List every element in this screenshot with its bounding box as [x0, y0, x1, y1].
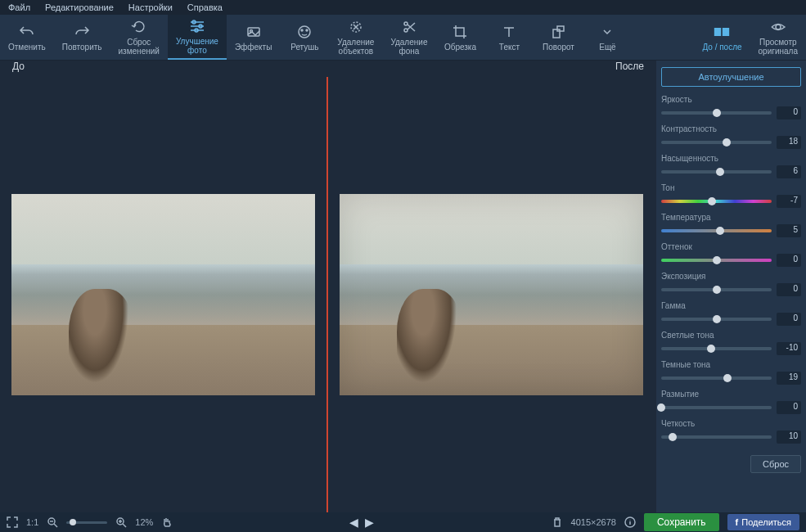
after-label: После: [615, 61, 644, 74]
slider-label: Температура: [661, 213, 801, 222]
svg-rect-12: [557, 26, 564, 31]
scissors-icon: [401, 19, 417, 35]
delete-button[interactable]: [552, 516, 563, 528]
view-original-button[interactable]: Просмотр оригинала: [750, 15, 806, 60]
undo-button[interactable]: Отменить: [0, 15, 54, 60]
slider-value[interactable]: 0: [777, 254, 801, 267]
effects-button[interactable]: Эффекты: [227, 15, 280, 60]
slider-label: Яркость: [661, 95, 801, 104]
slider-track[interactable]: [661, 111, 772, 115]
slider-label: Размытие: [661, 390, 801, 399]
slider-value[interactable]: 19: [777, 372, 801, 385]
menu-edit[interactable]: Редактирование: [45, 2, 114, 12]
slider-value[interactable]: 5: [777, 224, 801, 237]
after-image[interactable]: [340, 194, 643, 395]
svg-point-7: [306, 29, 308, 31]
nav-arrows: ◀ ▶: [349, 516, 374, 529]
toolbar: Отменить Повторить Сброс изменений Улучш…: [0, 15, 806, 61]
text-button[interactable]: Текст: [484, 15, 534, 60]
zoom-in-button[interactable]: [115, 516, 127, 528]
before-after-button[interactable]: До / после: [694, 15, 750, 60]
slider-label: Светлые тона: [661, 331, 801, 340]
slider-value[interactable]: 6: [777, 165, 801, 178]
slider-row: Размытие0: [661, 390, 801, 414]
crop-icon: [452, 24, 468, 40]
slider-value[interactable]: 18: [777, 136, 801, 149]
slider-row: Светлые тона-10: [661, 331, 801, 355]
slider-row: Контрастность18: [661, 124, 801, 149]
slider-track[interactable]: [661, 141, 772, 144]
redo-button[interactable]: Повторить: [54, 15, 110, 60]
menubar: Файл Редактирование Настройки Справка: [0, 0, 806, 15]
slider-row: Температура5: [661, 213, 801, 237]
slider-track[interactable]: [661, 318, 772, 321]
slider-row: Четкость10: [661, 419, 801, 444]
undo-icon: [19, 24, 35, 40]
slider-track[interactable]: [661, 200, 772, 203]
slider-label: Контрастность: [661, 124, 801, 133]
svg-point-9: [404, 29, 408, 32]
slider-row: Гамма0: [661, 301, 801, 326]
fullscreen-button[interactable]: [7, 516, 18, 528]
actual-size-button[interactable]: 1:1: [26, 517, 38, 527]
slider-track[interactable]: [661, 288, 772, 291]
slider-row: Тон-7: [661, 183, 801, 208]
slider-value[interactable]: 0: [777, 283, 801, 296]
menu-help[interactable]: Справка: [187, 2, 223, 12]
slider-track[interactable]: [661, 259, 772, 262]
sliders-icon: [189, 18, 205, 34]
slider-value[interactable]: -10: [777, 342, 801, 355]
slider-label: Темные тона: [661, 360, 801, 369]
next-image-button[interactable]: ▶: [365, 516, 374, 529]
slider-row: Насыщенность6: [661, 154, 801, 178]
eraser-icon: [348, 19, 364, 35]
slider-track[interactable]: [661, 376, 772, 380]
slider-row: Темные тона19: [661, 360, 801, 385]
menu-file[interactable]: Файл: [8, 2, 30, 12]
auto-enhance-button[interactable]: Автоулучшение: [661, 67, 801, 87]
zoom-out-button[interactable]: [47, 516, 58, 528]
slider-row: Оттенок0: [661, 242, 801, 267]
slider-value[interactable]: -7: [777, 195, 801, 208]
crop-button[interactable]: Обрезка: [435, 15, 484, 60]
bg-removal-button[interactable]: Удаление фона: [382, 15, 435, 60]
slider-value[interactable]: 10: [777, 431, 801, 444]
slider-label: Гамма: [661, 301, 801, 310]
compare-divider[interactable]: [326, 77, 328, 512]
reset-icon: [131, 19, 147, 35]
svg-point-15: [776, 25, 781, 29]
slider-track[interactable]: [661, 229, 772, 232]
facebook-icon: f: [736, 517, 739, 527]
effects-icon: [245, 24, 262, 40]
slider-value[interactable]: 0: [777, 313, 801, 326]
save-button[interactable]: Сохранить: [644, 513, 719, 531]
pan-button[interactable]: [161, 516, 173, 528]
share-button[interactable]: f Поделиться: [727, 514, 799, 530]
prev-image-button[interactable]: ◀: [349, 516, 358, 529]
rotate-button[interactable]: Поворот: [534, 15, 583, 60]
slider-track[interactable]: [661, 170, 772, 174]
svg-point-10: [404, 22, 408, 25]
slider-track[interactable]: [661, 347, 772, 350]
retouch-button[interactable]: Ретушь: [280, 15, 329, 60]
slider-track[interactable]: [661, 435, 772, 439]
svg-rect-13: [714, 28, 721, 36]
enhance-button[interactable]: Улучшение фото: [168, 15, 227, 60]
rotate-icon: [550, 24, 566, 40]
info-button[interactable]: [624, 516, 636, 528]
slider-label: Экспозиция: [661, 272, 801, 281]
slider-label: Насыщенность: [661, 154, 801, 163]
zoom-level: 12%: [135, 517, 153, 527]
adjustments-panel: Автоулучшение Яркость0Контрастность18Нас…: [656, 61, 806, 512]
zoom-slider[interactable]: [66, 521, 107, 524]
menu-settings[interactable]: Настройки: [128, 2, 173, 12]
reset-sliders-button[interactable]: Сброс: [750, 455, 801, 473]
object-removal-button[interactable]: Удаление объектов: [329, 15, 382, 60]
reset-changes-button[interactable]: Сброс изменений: [110, 15, 168, 60]
slider-track[interactable]: [661, 406, 772, 409]
before-image[interactable]: [11, 194, 315, 395]
slider-value[interactable]: 0: [777, 106, 801, 119]
slider-value[interactable]: 0: [777, 401, 801, 414]
more-button[interactable]: Ещё: [583, 15, 632, 60]
slider-row: Яркость0: [661, 95, 801, 119]
